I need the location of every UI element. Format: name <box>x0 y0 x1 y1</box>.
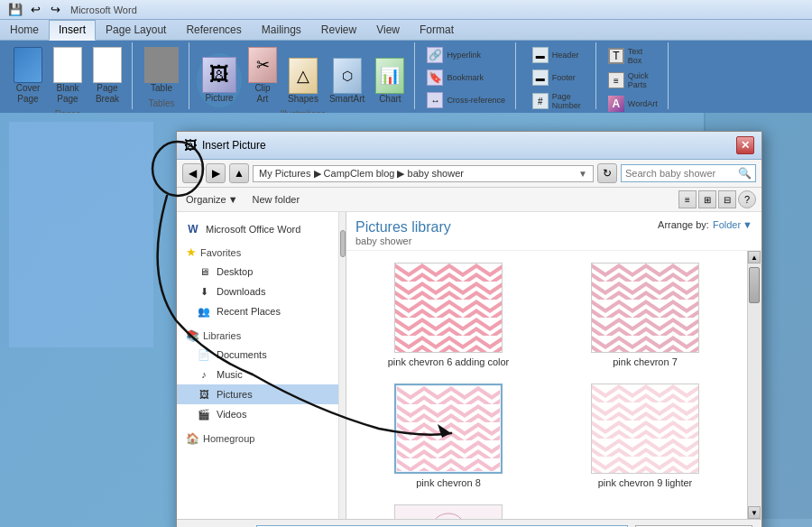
tab-mailings[interactable]: Mailings <box>252 20 311 40</box>
nav-item-videos[interactable]: 🎬 Videos <box>177 404 338 424</box>
thumbnail-chevron6[interactable]: pink chevron 6 adding color <box>354 258 543 372</box>
chart-button[interactable]: 📊 Chart <box>371 55 409 107</box>
redo-quick-btn[interactable]: ↪ <box>47 2 63 18</box>
tab-home[interactable]: Home <box>0 20 49 40</box>
quick-access-toolbar: 💾 ↩ ↪ <box>7 2 63 18</box>
scroll-thumb[interactable] <box>749 267 760 303</box>
view-details-button[interactable]: ⊟ <box>718 190 736 208</box>
nav-item-pictures[interactable]: 🖼 Pictures <box>177 384 338 404</box>
hyperlink-button[interactable]: 🔗 Hyperlink <box>422 44 510 66</box>
ribbon-group-text: T TextBox ≡ QuickParts A WordArt A DropC… <box>598 42 669 109</box>
nav-item-desktop[interactable]: 🖥 Desktop <box>177 262 338 282</box>
quick-parts-button[interactable]: ≡ QuickParts <box>604 69 662 92</box>
dialog-toolbar: Organize ▼ New folder ≡ ⊞ ⊟ ? <box>177 188 761 212</box>
thumbnail-chevron7[interactable]: pink chevron 7 <box>550 258 740 372</box>
path-dropdown-arrow[interactable]: ▼ <box>578 169 587 179</box>
organize-button[interactable]: Organize ▼ <box>182 192 242 207</box>
address-path[interactable]: My Pictures ▶ CampClem blog ▶ baby showe… <box>253 165 594 182</box>
nav-item-downloads[interactable]: ⬇ Downloads <box>177 282 338 301</box>
wordart-button[interactable]: A WordArt <box>604 93 662 115</box>
tab-review[interactable]: Review <box>311 20 366 40</box>
dialog-close-button[interactable]: ✕ <box>736 136 754 154</box>
ribbon-group-links: 🔗 Hyperlink 🔖 Bookmark ↔ Cross-reference… <box>417 42 516 109</box>
header-button[interactable]: ▬ Header <box>528 44 586 66</box>
cover-page-button[interactable]: CoverPage <box>9 44 47 107</box>
pages-group-items: CoverPage BlankPage PageBreak <box>9 44 126 107</box>
nav-item-libraries-header: 📚 Libraries <box>177 327 338 345</box>
svg-rect-3 <box>395 264 502 352</box>
scroll-down-btn[interactable]: ▼ <box>748 506 761 519</box>
tab-references[interactable]: References <box>176 20 251 40</box>
path-text: My Pictures ▶ CampClem blog ▶ baby showe… <box>259 168 464 180</box>
ribbon-tabs: Home Insert Page Layout References Maili… <box>0 20 812 41</box>
nav-item-word[interactable]: W Microsoft Office Word <box>177 219 338 239</box>
nav-item-recent-places[interactable]: 👥 Recent Places <box>177 301 338 321</box>
thumbnail-chevron9[interactable]: pink chevron 9 lighter <box>550 379 740 493</box>
search-icon[interactable]: 🔍 <box>738 167 752 180</box>
navigation-pane: W Microsoft Office Word ★ Favorites 🖥 De… <box>177 212 339 519</box>
view-grid-button[interactable]: ⊞ <box>698 190 716 208</box>
thumb-label-chevron9: pink chevron 9 lighter <box>598 477 693 488</box>
thumbnail-chevron10[interactable]: text <box>354 500 543 519</box>
desktop-icon: 🖥 <box>197 264 211 279</box>
refresh-button[interactable]: ↻ <box>597 163 617 183</box>
thumbnail-chevron8[interactable]: pink chevron 8 <box>354 379 543 493</box>
scroll-track <box>748 264 761 506</box>
tab-format[interactable]: Format <box>410 20 464 40</box>
search-box: 🔍 <box>621 164 756 182</box>
tab-page-layout[interactable]: Page Layout <box>96 20 176 40</box>
smartart-button[interactable]: ⬡ SmartArt <box>325 55 369 107</box>
header-footer-group-items: ▬ Header ▬ Footer # PageNumber <box>528 44 586 113</box>
nav-item-homegroup: 🏠 Homegroup <box>177 430 338 448</box>
view-icons-group: ≡ ⊞ ⊟ ? <box>678 190 756 208</box>
table-button[interactable]: Table <box>140 44 183 97</box>
word-icon: W <box>186 222 200 236</box>
clip-art-button[interactable]: ✂ ClipArt <box>244 44 281 107</box>
nav-up-button[interactable]: ▲ <box>229 163 249 183</box>
thumbnail-grid: pink chevron 6 adding color <box>346 251 747 519</box>
save-quick-btn[interactable]: 💾 <box>7 2 23 18</box>
library-subtitle: baby shower <box>355 236 451 246</box>
ribbon-group-illustrations: 🖼 Picture ✂ ClipArt △ Shapes ⬡ SmartArt … <box>191 42 415 109</box>
thumb-img-chevron9 <box>591 384 699 474</box>
view-list-button[interactable]: ≡ <box>678 190 697 208</box>
dialog-title-text: 🖼 Insert Picture <box>184 138 266 153</box>
cross-reference-button[interactable]: ↔ Cross-reference <box>422 89 510 111</box>
picture-button[interactable]: 🖼 Picture <box>197 53 242 107</box>
nav-back-button[interactable]: ◀ <box>182 163 202 183</box>
new-folder-button[interactable]: New folder <box>249 192 304 207</box>
tab-view[interactable]: View <box>366 20 410 40</box>
music-icon: ♪ <box>197 367 211 382</box>
nav-item-music[interactable]: ♪ Music <box>177 365 338 384</box>
thumb-label-chevron8: pink chevron 8 <box>416 477 481 488</box>
page-break-button[interactable]: PageBreak <box>88 44 126 107</box>
app-title: Microsoft Word <box>70 5 137 15</box>
arrange-by-button[interactable]: Folder ▼ <box>713 219 752 230</box>
nav-item-documents[interactable]: 📄 Documents <box>177 345 338 365</box>
thumb-img-chevron8 <box>394 384 503 474</box>
thumb-label-chevron7: pink chevron 7 <box>613 356 678 367</box>
undo-quick-btn[interactable]: ↩ <box>27 2 43 18</box>
tables-group-items: Table <box>140 44 183 97</box>
scroll-up-btn[interactable]: ▲ <box>748 251 761 264</box>
ribbon-group-pages: CoverPage BlankPage PageBreak Pages <box>4 42 133 109</box>
bookmark-button[interactable]: 🔖 Bookmark <box>422 67 510 88</box>
thumb-img-chevron6 <box>394 263 503 353</box>
shapes-button[interactable]: △ Shapes <box>283 55 323 107</box>
blank-page-button[interactable]: BlankPage <box>49 44 87 107</box>
content-scrollbar[interactable]: ▲ ▼ <box>747 251 761 519</box>
nav-scrollbar[interactable] <box>339 212 346 519</box>
footer-button[interactable]: ▬ Footer <box>528 67 586 88</box>
library-title: Pictures library <box>355 219 451 236</box>
title-bar: 💾 ↩ ↪ Microsoft Word <box>0 0 812 20</box>
address-bar: ◀ ▶ ▲ My Pictures ▶ CampClem blog ▶ baby… <box>177 160 761 188</box>
content-scroll-area: pink chevron 6 adding color <box>346 251 761 519</box>
page-number-button[interactable]: # PageNumber <box>528 89 586 113</box>
help-button[interactable]: ? <box>738 190 756 208</box>
search-input[interactable] <box>625 168 738 179</box>
dialog-titlebar: 🖼 Insert Picture ✕ <box>177 132 761 160</box>
text-box-button[interactable]: T TextBox <box>604 44 662 68</box>
ribbon-group-tables: Table Tables <box>134 42 189 109</box>
nav-forward-button[interactable]: ▶ <box>206 163 226 183</box>
tab-insert[interactable]: Insert <box>49 20 96 41</box>
